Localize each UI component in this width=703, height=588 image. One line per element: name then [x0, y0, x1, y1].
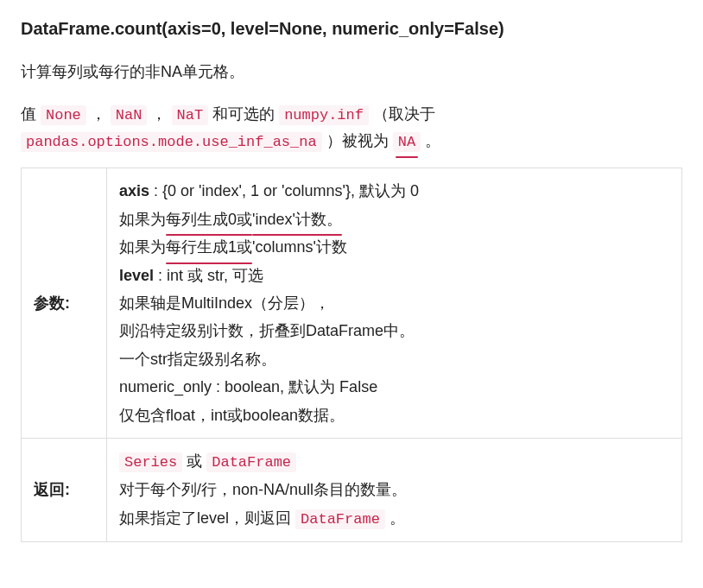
text: 如果为	[119, 211, 166, 228]
underlined-text: 每列生成0或	[166, 205, 252, 233]
text: 如果为	[119, 238, 166, 256]
summary-text: 计算每列或每行的非NA单元格。	[21, 59, 682, 85]
returns-type: Series 或 DataFrame	[119, 447, 669, 477]
param-name: level	[119, 267, 154, 284]
text: （取决于	[373, 105, 435, 123]
text: 和可选的	[212, 105, 279, 123]
code-nan: NaN	[111, 105, 148, 125]
text: 。	[425, 132, 440, 149]
text: ，	[151, 105, 167, 123]
code-nat: NaT	[172, 105, 209, 125]
text: 。	[385, 509, 405, 527]
param-name: axis	[119, 182, 149, 199]
param-type: : {0 or 'index', 1 or 'columns'}, 默认为 0	[149, 182, 419, 199]
text: 如果指定了level，则返回	[119, 509, 295, 527]
underlined-text: 'index'计数。	[252, 205, 342, 233]
method-signature: DataFrame.count(axis=0, level=None, nume…	[21, 14, 682, 43]
table-row: 参数: axis : {0 or 'index', 1 or 'columns'…	[22, 168, 682, 439]
code-na: NA	[393, 132, 421, 152]
text: 或	[182, 452, 206, 470]
param-level: level : int 或 str, 可选	[119, 262, 669, 289]
underlined-text: 每行生成1或	[166, 233, 252, 261]
code-dataframe: DataFrame	[295, 509, 385, 529]
param-axis-desc2: 如果为每行生成1或'columns'计数	[119, 233, 669, 261]
table-row: 返回: Series 或 DataFrame 对于每个列/行，non-NA/nu…	[22, 438, 682, 542]
code-pandas-option: pandas.options.mode.use_inf_as_na	[21, 132, 322, 152]
param-numeric-only: numeric_only : boolean, 默认为 False	[119, 373, 669, 401]
returns-desc1: 对于每个列/行，non-NA/null条目的数量。	[119, 476, 669, 503]
text: ）被视为	[326, 132, 393, 149]
returns-label: 返回:	[22, 438, 107, 542]
returns-cell: Series 或 DataFrame 对于每个列/行，non-NA/null条目…	[107, 438, 682, 542]
param-axis: axis : {0 or 'index', 1 or 'columns'}, 默…	[119, 177, 669, 205]
param-type: : int 或 str, 可选	[154, 267, 263, 284]
code-series: Series	[119, 452, 182, 472]
params-table: 参数: axis : {0 or 'index', 1 or 'columns'…	[21, 168, 682, 542]
code-numpy-inf: numpy.inf	[279, 105, 369, 125]
param-numeric-only-desc: 仅包含float，int或boolean数据。	[119, 401, 669, 429]
text: ，	[91, 105, 106, 123]
text: 'columns'计数	[252, 238, 347, 256]
param-level-desc3: 一个str指定级别名称。	[119, 345, 669, 373]
code-none: None	[41, 105, 86, 125]
text: 值	[21, 105, 41, 123]
param-axis-desc1: 如果为每列生成0或'index'计数。	[119, 205, 669, 233]
param-level-desc2: 则沿特定级别计数，折叠到DataFrame中。	[119, 317, 669, 345]
returns-desc2: 如果指定了level，则返回 DataFrame 。	[119, 504, 669, 534]
code-dataframe: DataFrame	[206, 452, 296, 472]
na-description: 值 None ， NaN ， NaT 和可选的 numpy.inf （取决于 p…	[21, 101, 682, 156]
underlined-na: NA	[393, 128, 421, 155]
params-label: 参数:	[22, 168, 107, 439]
params-cell: axis : {0 or 'index', 1 or 'columns'}, 默…	[107, 168, 682, 439]
param-level-desc1: 如果轴是MultiIndex（分层），	[119, 289, 669, 317]
